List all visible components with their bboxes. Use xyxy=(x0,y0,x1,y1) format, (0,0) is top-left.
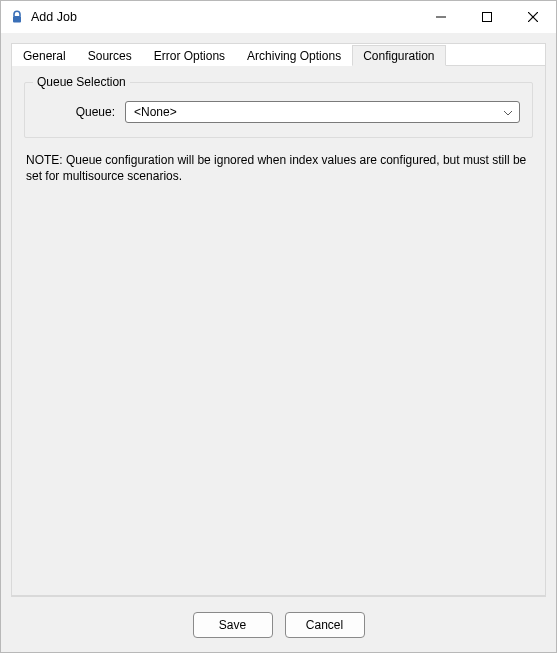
tab-general[interactable]: General xyxy=(12,45,77,66)
tabstrip: General Sources Error Options Archiving … xyxy=(11,43,546,66)
window-title: Add Job xyxy=(31,10,77,24)
svg-rect-0 xyxy=(13,16,21,23)
chevron-down-icon xyxy=(503,105,513,119)
svg-rect-2 xyxy=(483,13,492,22)
tab-archiving-options[interactable]: Archiving Options xyxy=(236,45,352,66)
cancel-button[interactable]: Cancel xyxy=(285,612,365,638)
maximize-button[interactable] xyxy=(464,1,510,33)
save-button[interactable]: Save xyxy=(193,612,273,638)
queue-label: Queue: xyxy=(55,105,115,119)
add-job-window: Add Job General Sources Error Options Ar… xyxy=(0,0,557,653)
dialog-footer: Save Cancel xyxy=(11,596,546,652)
tab-sources[interactable]: Sources xyxy=(77,45,143,66)
tab-error-options[interactable]: Error Options xyxy=(143,45,236,66)
minimize-button[interactable] xyxy=(418,1,464,33)
tab-configuration[interactable]: Configuration xyxy=(352,45,445,66)
titlebar: Add Job xyxy=(1,1,556,33)
queue-value: <None> xyxy=(134,105,177,119)
queue-combobox[interactable]: <None> xyxy=(125,101,520,123)
close-button[interactable] xyxy=(510,1,556,33)
lock-icon xyxy=(9,9,25,25)
note-text: NOTE: Queue configuration will be ignore… xyxy=(24,152,533,184)
queue-selection-group: Queue Selection Queue: <None> xyxy=(24,82,533,138)
queue-row: Queue: <None> xyxy=(37,97,520,123)
window-controls xyxy=(418,1,556,33)
client-area: General Sources Error Options Archiving … xyxy=(1,33,556,652)
tab-panel-configuration: Queue Selection Queue: <None> NOTE: Queu… xyxy=(11,66,546,596)
group-legend: Queue Selection xyxy=(33,75,130,89)
